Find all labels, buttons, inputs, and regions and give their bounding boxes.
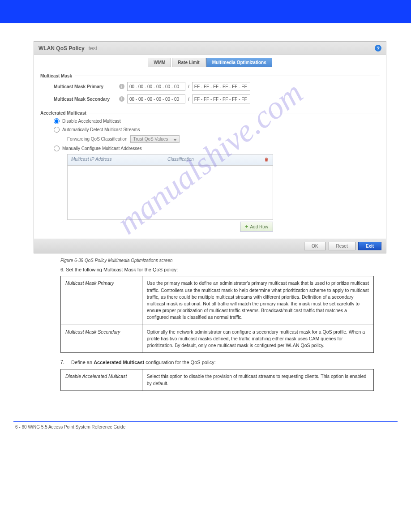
step-7-row: 7. Define an Accelerated Multicast confi… bbox=[60, 359, 351, 366]
tab-wmm[interactable]: WMM bbox=[148, 58, 171, 67]
figure-caption: Figure 6-39 QoS Policy Multimedia Optimi… bbox=[60, 258, 377, 263]
ok-button[interactable]: OK bbox=[304, 242, 325, 250]
accelerated-multicast-table: Disable Accelerated Multicast Select thi… bbox=[60, 369, 374, 390]
tabs-row: WMM Rate Limit Multimedia Optimizations bbox=[34, 55, 386, 67]
col-classification: Classification bbox=[164, 154, 260, 165]
reset-button[interactable]: Reset bbox=[329, 242, 355, 250]
secondary-mask-input-a[interactable] bbox=[127, 94, 185, 103]
accelerated-multicast-legend: Accelerated Multicast bbox=[40, 111, 89, 116]
page-content: manualshive.com WLAN QoS Policy test ? W… bbox=[0, 23, 411, 409]
plus-icon: + bbox=[245, 223, 248, 230]
table-row: Disable Accelerated Multicast Select thi… bbox=[61, 369, 374, 390]
slash-sep: / bbox=[188, 97, 189, 102]
secondary-mask-row: Multicast Mask Secondary i / bbox=[54, 94, 380, 103]
cell-disable-desc: Select this option to disable the provis… bbox=[142, 369, 373, 390]
qos-policy-panel: manualshive.com WLAN QoS Policy test ? W… bbox=[34, 41, 386, 253]
multicast-mask-table: Multicast Mask Primary Use the primary m… bbox=[60, 276, 374, 353]
radio-disable[interactable] bbox=[54, 118, 60, 124]
exit-button[interactable]: Exit bbox=[358, 242, 381, 250]
col-delete bbox=[260, 154, 273, 165]
cell-primary-label: Multicast Mask Primary bbox=[61, 276, 142, 325]
radio-manual[interactable] bbox=[54, 146, 60, 151]
step-7-bold: Accelerated Multicast bbox=[94, 360, 144, 365]
primary-mask-input-b[interactable] bbox=[192, 82, 250, 91]
step-7-body: Define an Accelerated Multicast configur… bbox=[71, 359, 351, 366]
panel-body: Multicast Mask Multicast Mask Primary i … bbox=[34, 67, 386, 239]
step-7-number: 7. bbox=[60, 359, 71, 366]
tab-rate-limit[interactable]: Rate Limit bbox=[172, 58, 205, 67]
footer-rule bbox=[13, 421, 398, 422]
radio-disable-row[interactable]: Disable Accelerated Multicast bbox=[54, 118, 380, 124]
radio-auto[interactable] bbox=[54, 127, 60, 133]
multicast-mask-section: Multicast Mask Multicast Mask Primary i … bbox=[40, 73, 380, 107]
page-footer: 6 - 60 WiNG 5.5 Access Point System Refe… bbox=[0, 425, 411, 435]
panel-footer: OK Reset Exit bbox=[34, 239, 386, 253]
radio-auto-row[interactable]: Automatically Detect Multicast Streams bbox=[54, 127, 380, 133]
primary-mask-row: Multicast Mask Primary i / bbox=[54, 82, 380, 91]
radio-disable-label: Disable Accelerated Multicast bbox=[62, 119, 121, 124]
step-7-text-b: configuration for the QoS policy: bbox=[144, 360, 216, 365]
radio-manual-label: Manually Configure Multicast Addresses bbox=[62, 146, 142, 151]
fwd-classification-row: Forwarding QoS Classification Trust QoS … bbox=[67, 135, 380, 143]
tab-multimedia-optimizations[interactable]: Multimedia Optimizations bbox=[206, 58, 272, 67]
radio-manual-row[interactable]: Manually Configure Multicast Addresses bbox=[54, 146, 380, 151]
info-icon[interactable]: i bbox=[119, 84, 124, 89]
slash-sep: / bbox=[188, 84, 189, 89]
fwd-classification-select[interactable]: Trust QoS Values bbox=[130, 135, 180, 143]
secondary-mask-input-b[interactable] bbox=[192, 94, 250, 103]
help-icon[interactable]: ? bbox=[375, 45, 381, 51]
top-banner bbox=[0, 0, 411, 23]
trash-icon[interactable] bbox=[264, 157, 269, 162]
fwd-classification-label: Forwarding QoS Classification bbox=[67, 137, 128, 142]
radio-auto-label: Automatically Detect Multicast Streams bbox=[62, 127, 140, 132]
cell-secondary-label: Multicast Mask Secondary bbox=[61, 325, 142, 353]
secondary-mask-label: Multicast Mask Secondary bbox=[54, 97, 116, 102]
panel-header: WLAN QoS Policy test ? bbox=[34, 42, 386, 55]
table-row: Multicast Mask Secondary Optionally the … bbox=[61, 325, 374, 353]
cell-secondary-desc: Optionally the network administrator can… bbox=[142, 325, 373, 353]
multicast-table-body bbox=[68, 166, 273, 219]
multicast-address-table: Multicast IP Address Classification bbox=[67, 154, 273, 220]
accelerated-multicast-section: Accelerated Multicast Disable Accelerate… bbox=[40, 111, 380, 232]
multicast-mask-legend: Multicast Mask bbox=[40, 73, 75, 78]
addrow-bar: + Add Row bbox=[67, 222, 273, 232]
multicast-table-head: Multicast IP Address Classification bbox=[68, 154, 273, 166]
step-7-text-a: Define an bbox=[71, 360, 94, 365]
footer-left: 6 - 60 WiNG 5.5 Access Point System Refe… bbox=[15, 425, 125, 429]
add-row-label: Add Row bbox=[250, 224, 268, 229]
panel-subtitle: test bbox=[89, 45, 97, 51]
table-row: Multicast Mask Primary Use the primary m… bbox=[61, 276, 374, 325]
col-multicast-ip: Multicast IP Address bbox=[68, 154, 164, 165]
add-row-button[interactable]: + Add Row bbox=[240, 222, 273, 232]
primary-mask-label: Multicast Mask Primary bbox=[54, 84, 116, 89]
info-icon[interactable]: i bbox=[119, 96, 124, 102]
cell-primary-desc: Use the primary mask to define an admini… bbox=[142, 276, 373, 325]
cell-disable-label: Disable Accelerated Multicast bbox=[61, 369, 142, 390]
panel-title: WLAN QoS Policy bbox=[39, 45, 85, 51]
primary-mask-input-a[interactable] bbox=[127, 82, 185, 91]
step-6-text: 6. Set the following Multicast Mask for … bbox=[60, 266, 351, 273]
